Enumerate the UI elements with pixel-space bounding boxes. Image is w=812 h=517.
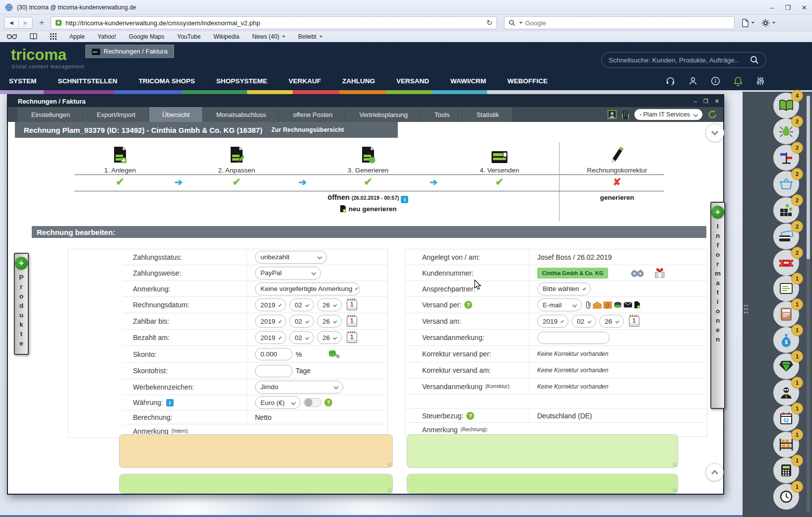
versand-per-select[interactable]: E-mail: [537, 298, 582, 311]
workflow-step-versenden[interactable]: 4. Versenden: [450, 144, 549, 174]
nav-system[interactable]: SYSTEM: [9, 77, 37, 85]
browser-maximize-button[interactable]: ❒: [785, 4, 791, 11]
anmerkung-rechnung-textarea-2[interactable]: [407, 474, 678, 494]
year-select[interactable]: 2019: [537, 315, 568, 328]
bookmark-youtube[interactable]: YouTube: [177, 33, 200, 40]
nav-wawi-crm[interactable]: WAWI/CRM: [450, 77, 486, 85]
reader-glasses-icon[interactable]: [7, 34, 17, 39]
sidebar-module-ticket[interactable]: 2: [773, 250, 799, 276]
bookmark-beliebt[interactable]: Beliebt: [298, 33, 322, 40]
sidebar-module-shelf[interactable]: 1: [773, 432, 799, 458]
sidebar-module-invoice[interactable]: 1: [773, 301, 799, 327]
scroll-to-top-button[interactable]: [705, 463, 724, 481]
company-building-icon[interactable]: [622, 110, 629, 119]
tab-tools[interactable]: Tools: [421, 107, 463, 122]
workflow-step-generieren[interactable]: 3. Generieren: [318, 144, 418, 174]
quicksearch-icon[interactable]: [750, 56, 759, 64]
tab-export-import[interactable]: Export/Import: [83, 107, 149, 122]
sidebar-module-signpost[interactable]: 2: [773, 145, 799, 171]
nav-versand[interactable]: VERSAND: [396, 77, 429, 85]
bookmarks-book-icon[interactable]: [30, 33, 37, 40]
info-icon[interactable]: [711, 76, 720, 86]
calendar-icon[interactable]: 1: [629, 316, 639, 327]
email-at-icon[interactable]: @: [603, 301, 612, 309]
window-reload-icon[interactable]: [707, 110, 717, 119]
werbekennzeichen-select[interactable]: Jimdo: [255, 381, 343, 394]
user-icon[interactable]: [688, 76, 697, 86]
add-icon[interactable]: +: [15, 257, 28, 270]
waehrung-help-icon[interactable]: ?: [324, 399, 332, 406]
notifications-bell-icon[interactable]: [734, 76, 743, 86]
customer-badge[interactable]: Cinthia Gmbh & Co. KG: [537, 268, 608, 279]
nav-verkauf[interactable]: VERKAUF: [289, 77, 321, 85]
sidebar-module-bug[interactable]: 2: [773, 118, 799, 144]
sidebar-scrollbar[interactable]: [807, 96, 810, 512]
apps-grid-icon[interactable]: [50, 33, 57, 40]
year-select[interactable]: 2019: [255, 315, 286, 328]
ansprechpartner-select[interactable]: Bitte wählen: [537, 283, 591, 295]
nav-weboffice[interactable]: WEBOFFICE: [507, 77, 548, 85]
open-module-tab[interactable]: Rechnungen / Faktura: [85, 45, 174, 58]
browser-close-button[interactable]: ✕: [802, 4, 807, 11]
quicksearch-input[interactable]: [609, 57, 750, 64]
skonto-calc-icon[interactable]: %: [328, 349, 339, 359]
month-select[interactable]: 02: [289, 298, 314, 311]
informationen-panel-tab[interactable]: + Informationen: [710, 202, 725, 409]
document-add-small-icon[interactable]: [634, 301, 640, 309]
binoculars-icon[interactable]: [631, 269, 644, 277]
sidebar-scrollbar-thumb[interactable]: [807, 96, 810, 259]
day-select[interactable]: 26: [317, 315, 342, 328]
open-info-icon[interactable]: i: [401, 196, 408, 203]
collapse-panel-button[interactable]: [705, 123, 724, 142]
waehrung-select[interactable]: Euro (€): [255, 396, 301, 409]
anmerkung-intern-textarea[interactable]: [119, 434, 393, 468]
tab-einstellungen[interactable]: Einstellungen: [18, 107, 83, 122]
month-select[interactable]: 02: [571, 315, 596, 328]
quicksearch[interactable]: [601, 52, 766, 68]
tab-vertriebsplanung[interactable]: Vertriebsplanung: [346, 107, 421, 122]
tab-statistik[interactable]: Statistik: [463, 107, 512, 122]
sidebar-drag-handle[interactable]: [744, 304, 749, 315]
zahlungsweise-select[interactable]: PayPal: [255, 267, 321, 280]
sidebar-module-clock[interactable]: 1: [773, 484, 799, 510]
employee-photo-icon[interactable]: [608, 110, 617, 119]
gift-icon[interactable]: [654, 268, 666, 279]
bookmark-wikipedia[interactable]: Wikipedia: [213, 33, 239, 40]
print-stack-icon[interactable]: [614, 301, 622, 309]
zahlungsstatus-select[interactable]: unbezahlt: [255, 251, 327, 264]
forward-button[interactable]: ►: [18, 17, 32, 28]
search-engine-dropdown[interactable]: [519, 22, 522, 24]
bookmark-news[interactable]: News (40): [252, 33, 285, 40]
year-select[interactable]: 2019: [255, 298, 286, 311]
waehrung-info-icon[interactable]: i: [166, 399, 174, 406]
calendar-icon[interactable]: 1: [347, 333, 357, 343]
browser-search-input[interactable]: [525, 19, 730, 27]
waehrung-toggle[interactable]: [304, 398, 321, 407]
window-close-button[interactable]: ✕: [715, 98, 719, 105]
year-select[interactable]: 2019: [255, 331, 286, 344]
anmerkung-select[interactable]: Keine vorgefertigte Anmerkung: [255, 283, 360, 295]
calendar-icon[interactable]: 1: [347, 300, 357, 310]
window-titlebar[interactable]: Rechnungen / Faktura: [8, 95, 723, 107]
browser-search[interactable]: [504, 16, 735, 29]
nav-tricoma-shops[interactable]: TRICOMA SHOPS: [139, 77, 195, 85]
invoice-overview-link[interactable]: Zur Rechnungsübersicht: [271, 126, 344, 133]
sidebar-module-calculator[interactable]: 1: [773, 458, 799, 483]
tab-monatsabschluss[interactable]: Monatsabschluss: [203, 107, 279, 122]
nav-zahlung[interactable]: ZAHLUNG: [342, 77, 375, 85]
tricoma-logo[interactable]: tricoma: [11, 46, 66, 64]
sidebar-module-diamond[interactable]: 1: [773, 353, 799, 379]
month-select[interactable]: 02: [289, 331, 314, 344]
versand-help-icon[interactable]: ?: [464, 301, 472, 309]
anmerkung-rechnung-textarea[interactable]: [407, 434, 678, 468]
attachment-paperclip-icon[interactable]: [585, 301, 591, 309]
sidebar-module-moneybag[interactable]: $ 1: [773, 327, 799, 353]
nav-shopsysteme[interactable]: SHOPSYSTEME: [216, 77, 267, 85]
month-select[interactable]: 02: [289, 315, 314, 328]
nav-schnittstellen[interactable]: SCHNITTSTELLEN: [58, 77, 118, 85]
sidebar-module-calendar52[interactable]: 52 1: [773, 405, 799, 431]
sidebar-module-boss[interactable]: 1: [773, 380, 799, 405]
browser-minimize-button[interactable]: –: [770, 4, 774, 11]
open-invoice-link[interactable]: öffnen: [328, 193, 350, 201]
url-bar[interactable]: ↻: [51, 16, 497, 29]
